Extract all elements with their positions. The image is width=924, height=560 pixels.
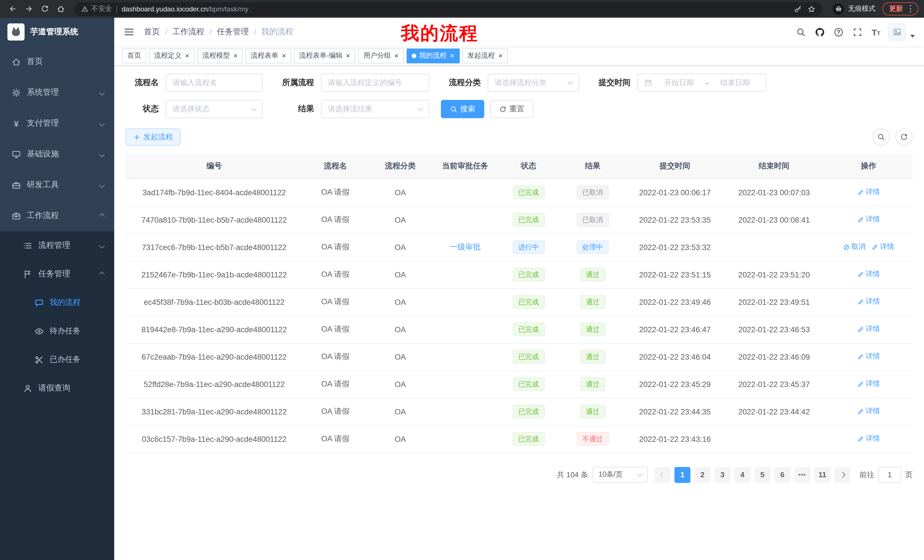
sidebar-item-leave-query[interactable]: 请假查询 — [0, 374, 114, 403]
detail-action-link[interactable]: 详情 — [857, 270, 880, 279]
incognito-profile-chip[interactable]: 无痕模式 — [832, 3, 876, 15]
tab-process-form-edit[interactable]: 流程表单-编辑× — [294, 48, 356, 63]
detail-action-link[interactable]: 详情 — [857, 379, 880, 389]
category-select[interactable]: 请选择流程分类 — [488, 73, 579, 92]
bookmark-star-icon[interactable] — [807, 5, 816, 13]
sidebar-item-home[interactable]: 首页 — [0, 46, 114, 77]
browser-update-button[interactable]: 更新 ⋮ — [882, 2, 918, 15]
sidebar-item-todo-task[interactable]: 待办任务 — [0, 317, 114, 345]
detail-action-link[interactable]: 详情 — [857, 325, 880, 334]
sidebar-item-workflow[interactable]: 工作流程 — [0, 201, 114, 231]
tab-process-form[interactable]: 流程表单× — [246, 48, 291, 63]
page-button-6[interactable]: 6 — [774, 467, 790, 483]
breadcrumb-item[interactable]: 任务管理 — [217, 27, 249, 37]
sidebar-toggle-hamburger-icon[interactable] — [123, 26, 135, 38]
help-button[interactable] — [832, 26, 844, 38]
breadcrumb-item[interactable]: 工作流程 — [172, 27, 204, 37]
detail-action-link[interactable]: 详情 — [857, 187, 880, 197]
sidebar-logo[interactable]: 芋道管理系统 — [0, 18, 114, 46]
tab-close-icon[interactable]: × — [282, 52, 286, 59]
sidebar-item-my-process[interactable]: 我的流程 — [0, 288, 114, 317]
browser-forward-button[interactable] — [22, 2, 35, 16]
column-header: 编号 — [126, 154, 303, 179]
avatar[interactable] — [889, 23, 906, 40]
edit-pen-icon — [857, 381, 864, 388]
breadcrumb-item[interactable]: 首页 — [144, 27, 160, 37]
sidebar-item-dev-tools[interactable]: 研发工具 — [0, 169, 114, 201]
sidebar-item-payment-management[interactable]: ¥支付管理 — [0, 108, 114, 139]
fullscreen-button[interactable] — [851, 26, 864, 38]
cell-submit-time: 2022-01-22 23:46:47 — [626, 316, 724, 343]
cell-submit-time: 2022-01-22 23:49:46 — [626, 288, 724, 316]
detail-action-link[interactable]: 详情 — [857, 352, 880, 362]
tags-view-bar: 首页流程定义×流程模型×流程表单×流程表单-编辑×用户分组×我的流程×发起流程× — [114, 46, 924, 66]
app-frame: 芋道管理系统 首页系统管理¥支付管理基础设施研发工具工作流程 流程管理任务管理我… — [0, 18, 924, 560]
tab-my-process[interactable]: 我的流程× — [406, 48, 459, 63]
address-bar[interactable]: 不安全 dashboard.yudao.iocoder.cn/bpm/task/… — [74, 2, 822, 16]
security-indicator[interactable]: 不安全 — [81, 4, 112, 14]
page-size-select[interactable]: 10条/页 — [593, 467, 648, 483]
tab-close-icon[interactable]: × — [346, 52, 350, 59]
avatar-caret-down-icon[interactable] — [910, 34, 915, 37]
tab-close-icon[interactable]: × — [498, 52, 502, 59]
navbar-actions: TT — [794, 23, 915, 40]
cell-end-time: 2022-01-22 23:51:20 — [723, 261, 824, 288]
tab-close-icon[interactable]: × — [185, 52, 189, 59]
action-label: 详情 — [866, 187, 880, 197]
sidebar-item-process-management[interactable]: 流程管理 — [0, 231, 114, 260]
refresh-table-button[interactable] — [896, 129, 913, 145]
tab-start-process[interactable]: 发起流程× — [462, 48, 508, 63]
sidebar-item-system-management[interactable]: 系统管理 — [0, 77, 114, 108]
detail-action-link[interactable]: 详情 — [857, 407, 880, 416]
tab-close-icon[interactable]: × — [450, 52, 454, 59]
parent-process-input[interactable]: 请输入流程定义的编号 — [321, 73, 429, 92]
tab-home[interactable]: 首页 — [122, 48, 146, 63]
detail-action-link[interactable]: 详情 — [857, 297, 880, 307]
page-button-2[interactable]: 2 — [694, 467, 710, 483]
cell-id: 2152467e-7b9b-11ec-9a1b-acde48001122 — [126, 261, 303, 288]
github-link[interactable] — [813, 26, 826, 38]
sidebar-item-done-task[interactable]: 已办任务 — [0, 345, 114, 374]
chevron-down-icon — [418, 105, 423, 111]
search-button[interactable]: 搜索 — [441, 100, 484, 118]
sidebar-item-label: 流程管理 — [38, 240, 70, 251]
more-pages-button[interactable]: ••• — [794, 467, 810, 483]
prev-page-button[interactable] — [654, 467, 670, 483]
column-header: 操作 — [824, 154, 913, 179]
submit-time-range-picker[interactable]: 开始日期 - 结束日期 — [638, 73, 766, 92]
tab-close-icon[interactable]: × — [233, 52, 238, 59]
page-button-5[interactable]: 5 — [754, 467, 770, 483]
tab-process-model[interactable]: 流程模型× — [197, 48, 243, 63]
tab-user-group[interactable]: 用户分组× — [358, 48, 404, 63]
result-select[interactable]: 请选择流结果 — [321, 100, 429, 118]
detail-action-link[interactable]: 详情 — [857, 434, 880, 444]
browser-reload-button[interactable] — [38, 2, 51, 16]
edit-pen-icon — [857, 353, 864, 360]
browser-back-button[interactable] — [6, 2, 20, 16]
browser-menu-icon[interactable]: ⋮ — [906, 4, 915, 13]
tab-close-icon[interactable]: × — [394, 52, 399, 59]
status-select[interactable]: 请选择状态 — [166, 100, 263, 118]
header-search-button[interactable] — [794, 26, 807, 38]
tab-process-definition[interactable]: 流程定义× — [149, 48, 195, 63]
detail-action-link[interactable]: 详情 — [857, 215, 880, 225]
page-button-3[interactable]: 3 — [714, 467, 730, 483]
reset-button[interactable]: 重置 — [490, 100, 533, 118]
browser-home-button[interactable] — [54, 2, 68, 16]
detail-action-link[interactable]: 详情 — [872, 242, 894, 252]
toggle-search-button[interactable] — [873, 129, 890, 145]
cancel-action-link[interactable]: 取消 — [843, 242, 866, 252]
next-page-button[interactable] — [834, 467, 850, 483]
sidebar-item-infrastructure[interactable]: 基础设施 — [0, 139, 114, 169]
process-name-input[interactable]: 请输入流程名 — [166, 73, 263, 92]
password-key-icon[interactable] — [794, 5, 802, 13]
page-button-11[interactable]: 11 — [814, 467, 830, 483]
cell-submit-time: 2022-01-22 23:44:35 — [626, 398, 724, 425]
sidebar-item-task-management[interactable]: 任务管理 — [0, 260, 114, 288]
page-button-1[interactable]: 1 — [675, 467, 690, 483]
font-size-button[interactable]: TT — [870, 26, 882, 38]
page-button-4[interactable]: 4 — [734, 467, 750, 483]
goto-page-input[interactable]: 1 — [878, 467, 901, 483]
current-task-link[interactable]: 一级审批 — [450, 243, 480, 251]
start-process-button[interactable]: 发起流程 — [126, 129, 180, 145]
